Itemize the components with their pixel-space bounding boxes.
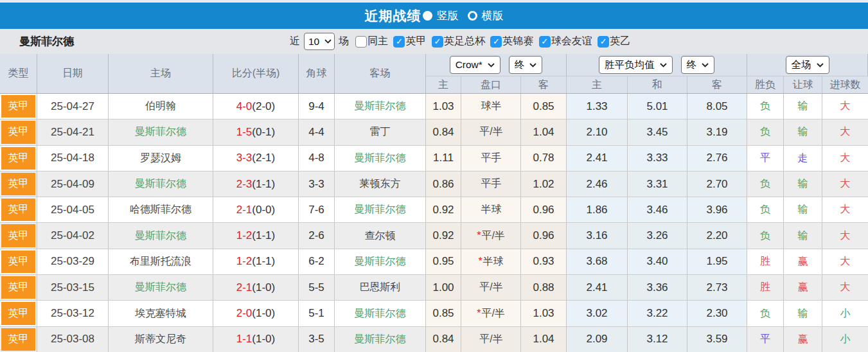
checkbox[interactable]: ✓: [490, 36, 502, 48]
table-row: 英甲 25-03-29 布里斯托流浪 1-2(1-1) 6-2 曼斯菲尔德 0.…: [0, 249, 868, 275]
result-winloss: 胜: [747, 249, 784, 274]
titlebar: 近期战绩 竖版 横版: [0, 3, 868, 29]
checkbox[interactable]: ✓: [355, 36, 367, 48]
checkbox[interactable]: ✓: [432, 36, 443, 48]
avg-type-select[interactable]: 胜平负均值: [599, 56, 673, 74]
corners: 7-6: [299, 197, 335, 222]
avg-draw: 3.36: [628, 275, 687, 300]
result-winloss: 负: [747, 172, 784, 197]
avg-away: 1.95: [687, 249, 747, 274]
recent-count-value: 10: [308, 36, 319, 48]
full-time-score: 2-1: [236, 204, 252, 216]
result-handicap: 赢: [784, 275, 822, 300]
result-goals: 大: [822, 119, 868, 145]
corners: 5-1: [299, 301, 335, 326]
odds-home: 1.00: [426, 275, 461, 300]
avg-stage-select[interactable]: 终: [681, 56, 715, 74]
home-team: 斯蒂文尼奇: [109, 327, 213, 352]
radio-vertical-label[interactable]: 竖版: [437, 8, 459, 23]
handicap: *半球: [461, 249, 521, 274]
result-winloss: 胜: [747, 275, 784, 300]
result-goals: 小: [822, 301, 868, 326]
full-time-score: 1-2: [236, 255, 252, 268]
result-winloss: 平: [747, 146, 784, 171]
col-header-corners: 角球: [299, 54, 335, 93]
full-time-score: 1-1: [236, 333, 252, 346]
table-row: 英甲 25-04-21 曼斯菲尔德 1-5(0-1) 4-4 雷丁 0.84 平…: [0, 119, 868, 145]
result-goals: 大: [822, 197, 868, 222]
score-cell: 2-1(1-0): [213, 275, 299, 300]
score-cell: 1-1(1-0): [213, 327, 299, 352]
radio-horizontal-label[interactable]: 横版: [482, 8, 504, 23]
col-header-handicap-result: 让球: [784, 76, 822, 93]
odds-header-group: Crow* 终: [426, 54, 567, 76]
radio-vertical-layout[interactable]: [423, 11, 432, 21]
col-header-odds-home: 主: [426, 76, 461, 93]
away-team: 曼斯菲尔德: [335, 301, 426, 326]
filter-checkbox-item[interactable]: ✓ 同主: [355, 35, 388, 48]
match-date: 25-03-15: [37, 275, 109, 300]
corners: 6-2: [299, 249, 335, 274]
matches-label: 场: [339, 35, 349, 48]
league-badge: 英甲: [0, 119, 37, 145]
score-cell: 4-0(2-0): [213, 94, 299, 119]
league-badge: 英甲: [0, 301, 37, 326]
score-cell: 1-2(1-1): [213, 249, 299, 274]
checkbox[interactable]: ✓: [539, 36, 551, 48]
odds-home: 0.92: [426, 223, 461, 248]
avg-draw: 3.40: [628, 249, 687, 274]
away-team: 雷丁: [335, 119, 426, 145]
recent-label: 近: [290, 35, 300, 48]
bookmaker-select[interactable]: Crow*: [450, 56, 500, 74]
handicap: 半球: [461, 197, 521, 222]
avg-away: 2.30: [687, 301, 747, 326]
handicap: *平/半: [461, 223, 521, 248]
filter-checkbox-item[interactable]: ✓ 英乙: [598, 35, 630, 48]
score-cell: 2-1(0-0): [213, 197, 299, 222]
scope-select[interactable]: 全场: [786, 56, 829, 74]
radio-horizontal-layout[interactable]: [468, 11, 477, 21]
avg-draw: 5.01: [628, 94, 687, 119]
chevron-down-icon: [529, 63, 536, 67]
handicap: 平手: [461, 172, 521, 197]
result-handicap: 输: [784, 119, 822, 145]
filter-checkbox-item[interactable]: ✓ 英锦赛: [490, 35, 533, 48]
checkbox[interactable]: ✓: [393, 36, 405, 48]
filter-checkbox-item[interactable]: ✓ 球会友谊: [539, 35, 592, 48]
team-name: 曼斯菲尔德: [19, 34, 74, 49]
avg-away: 3.96: [687, 197, 747, 222]
odds-away: 0.85: [521, 94, 567, 119]
league-badge: 英甲: [0, 275, 37, 300]
checkbox[interactable]: ✓: [598, 36, 609, 48]
recent-count-select[interactable]: 10: [304, 33, 335, 50]
match-date: 25-04-27: [37, 94, 109, 119]
odds-stage-select-value: 终: [515, 58, 525, 72]
corners: 2-6: [299, 223, 335, 248]
league-badge: 英甲: [0, 249, 37, 274]
half-time-score: (1-0): [252, 281, 275, 294]
result-winloss: 负: [747, 301, 784, 326]
away-team: 曼斯菲尔德: [335, 249, 426, 274]
away-team: 曼斯菲尔德: [335, 197, 426, 222]
half-time-score: (1-0): [252, 333, 275, 346]
odds-away: 0.93: [521, 249, 567, 274]
score-cell: 2-0(1-0): [213, 301, 299, 326]
avg-home: 2.10: [567, 119, 628, 145]
filter-checkbox-item[interactable]: ✓ 英甲: [393, 35, 426, 48]
league-badge: 英甲: [0, 327, 37, 352]
half-time-score: (1-1): [252, 178, 275, 191]
full-time-score: 2-3: [236, 178, 252, 191]
avg-home: 2.09: [567, 327, 628, 352]
odds-stage-select[interactable]: 终: [509, 56, 543, 74]
odds-away: 1.03: [521, 301, 567, 326]
table-row: 英甲 25-04-02 曼斯菲尔德 1-2(1-1) 2-6 查尔顿 0.92 …: [0, 223, 868, 249]
league-filter-checkboxes: ✓ 同主 ✓ 英甲 ✓ 英足总杯 ✓ 英锦赛 ✓ 球会友谊 ✓ 英乙: [353, 35, 630, 48]
away-team: 查尔顿: [335, 223, 426, 248]
full-time-score: 4-0: [236, 100, 252, 113]
league-badge: 英甲: [0, 94, 37, 119]
odds-away: 0.96: [521, 223, 567, 248]
result-winloss: 负: [747, 223, 784, 248]
checkbox-label: 英足总杯: [444, 35, 485, 48]
filter-checkbox-item[interactable]: ✓ 英足总杯: [432, 35, 485, 48]
half-time-score: (2-1): [252, 152, 275, 164]
